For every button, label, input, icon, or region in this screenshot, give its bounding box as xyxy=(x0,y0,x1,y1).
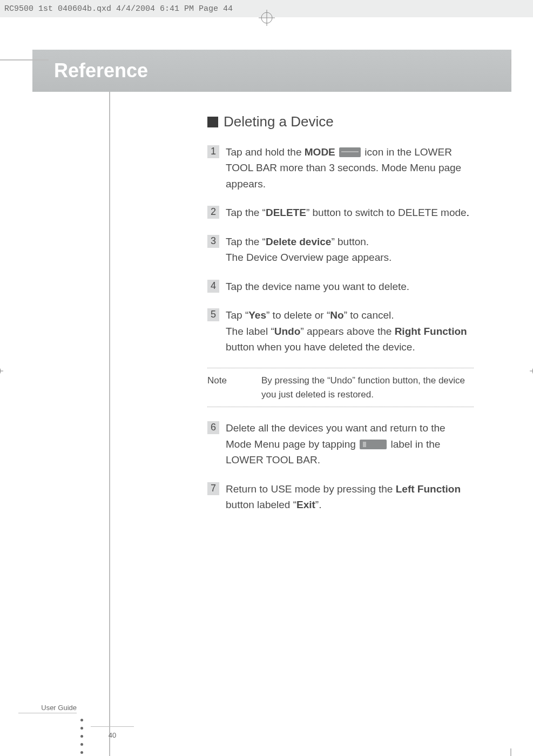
step-text: Tap and hold the MODE icon in the LOWER … xyxy=(226,144,474,192)
note-text: By pressing the “Undo” function button, … xyxy=(261,374,474,401)
footer-dots xyxy=(80,719,83,754)
section-bullet-square xyxy=(207,117,218,127)
content-column: Deleting a Device 1 Tap and hold the MOD… xyxy=(109,92,511,756)
step-text: Tap the “Delete device” button. The Devi… xyxy=(226,234,474,266)
section-heading: Deleting a Device xyxy=(224,113,334,130)
page-body: Reference Deleting a Device 1 Tap and ho… xyxy=(0,17,533,756)
file-header-text: RC9500 1st 040604b.qxd 4/4/2004 6:41 PM … xyxy=(4,4,233,14)
delete-label-icon xyxy=(360,440,387,449)
step-item: 3 Tap the “Delete device” button. The De… xyxy=(207,234,474,266)
step-text: Tap the “DELETE” button to switch to DEL… xyxy=(226,205,474,220)
step-text: Tap the device name you want to delete. xyxy=(226,279,474,294)
step-item: 6 Delete all the devices you want and re… xyxy=(207,420,474,468)
mode-icon xyxy=(339,147,361,157)
spacer xyxy=(207,526,474,720)
user-guide-label: User Guide xyxy=(18,704,77,713)
registration-mark-right xyxy=(530,363,533,381)
step-text: Delete all the devices you want and retu… xyxy=(226,420,474,468)
step-text: Tap “Yes” to delete or “No” to cancel. T… xyxy=(226,307,474,355)
step-number: 6 xyxy=(207,421,219,434)
crop-rule-bottom-right xyxy=(510,748,511,756)
step-item: 4 Tap the device name you want to delete… xyxy=(207,279,474,294)
step-number: 1 xyxy=(207,145,219,158)
step-number: 3 xyxy=(207,235,219,248)
step-item: 7 Return to USE mode by pressing the Lef… xyxy=(207,481,474,513)
registration-mark-left xyxy=(0,363,3,381)
step-number: 2 xyxy=(207,206,219,219)
section-heading-row: Deleting a Device xyxy=(207,113,474,130)
note-label: Note xyxy=(207,374,240,401)
step-text: Return to USE mode by pressing the Left … xyxy=(226,481,474,513)
chapter-title: Reference xyxy=(54,59,148,82)
page-number: 40 xyxy=(91,726,134,739)
step-number: 4 xyxy=(207,280,219,293)
crop-rule-top-right xyxy=(510,59,511,75)
chapter-title-bar: Reference xyxy=(32,50,511,92)
step-item: 2 Tap the “DELETE” button to switch to D… xyxy=(207,205,474,220)
crop-rule-top-left xyxy=(0,59,49,60)
step-item: 1 Tap and hold the MODE icon in the LOWE… xyxy=(207,144,474,192)
step-number: 5 xyxy=(207,308,219,321)
step-item: 5 Tap “Yes” to delete or “No” to cancel.… xyxy=(207,307,474,355)
step-number: 7 xyxy=(207,482,219,495)
note-block: Note By pressing the “Undo” function but… xyxy=(207,368,474,407)
